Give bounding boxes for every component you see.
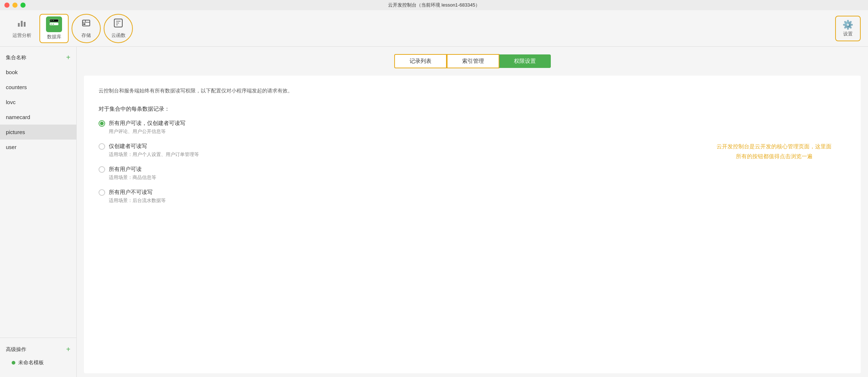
add-collection-button[interactable]: + [66,53,70,62]
radio-sub-label-1: 用户评论、用户公开信息等 [109,128,846,135]
radio-sub-label-3: 适用场景：商品信息等 [109,174,846,181]
radio-circle-1[interactable] [99,120,105,127]
radio-main-label-2: 仅创建者可读写 [109,143,147,150]
radio-label-row-1: 所有用户可读，仅创建者可读写 [99,120,846,127]
sidebar-item-pictures[interactable]: pictures [0,125,76,140]
add-advanced-button[interactable]: + [66,345,70,354]
sidebar-item-user[interactable]: user [0,140,76,155]
tab-record-list[interactable]: 记录列表 [394,54,447,68]
annotation-line2: 所有的按钮都值得点击浏览一遍 [717,151,831,161]
radio-label-row-3: 所有用户可读 [99,166,846,173]
toolbar-label-storage: 存储 [81,32,91,39]
toolbar-label-settings: 设置 [843,31,853,37]
toolbar-label-analytics: 运营分析 [12,32,31,39]
title-bar: 云开发控制台（当前环境 lesson1-683345） [0,0,868,10]
advanced-ops-label: 高级操作 [6,346,26,353]
toolbar: 运营分析 数据库 存储 [0,10,868,47]
radio-group: 所有用户可读，仅创建者可读写 用户评论、用户公开信息等 仅创建者可读写 适用场景… [99,120,846,204]
template-dot [12,361,15,365]
toolbar-item-analytics[interactable]: 运营分析 [7,14,37,43]
sidebar: 集合名称 + book counters lovc namecard pictu… [0,47,77,377]
svg-rect-6 [50,20,52,21]
sidebar-item-book[interactable]: book [0,65,76,80]
permission-desc: 云控制台和服务端始终有所有数据读写权限，以下配置仅对小程序端发起的请求有效。 [99,87,846,95]
annotation-box: 云开发控制台是云开发的核心管理页面，这里面 所有的按钮都值得点击浏览一遍 [717,141,831,161]
maximize-button[interactable] [20,3,26,8]
radio-circle-4[interactable] [99,189,105,196]
tab-index-mgmt[interactable]: 索引管理 [447,54,499,68]
radio-item-none-read-write[interactable]: 所有用户不可读写 适用场景：后台流水数据等 [99,189,846,204]
cloudfunc-icon [113,18,123,31]
svg-rect-0 [18,23,20,27]
template-item[interactable]: 未命名模板 [6,357,70,369]
radio-circle-2[interactable] [99,143,105,150]
radio-sub-label-4: 适用场景：后台流水数据等 [109,197,846,204]
template-label: 未命名模板 [18,359,44,366]
main-layout: 集合名称 + book counters lovc namecard pictu… [0,47,868,377]
radio-main-label-4: 所有用户不可读写 [109,189,153,196]
window-controls [4,3,26,8]
tab-permission[interactable]: 权限设置 [499,54,551,68]
sidebar-item-namecard[interactable]: namecard [0,110,76,125]
storage-icon [81,18,91,31]
collection-header-label: 集合名称 [6,54,26,61]
svg-rect-10 [53,24,54,24]
svg-rect-2 [24,22,26,27]
tab-bar: 记录列表 索引管理 权限设置 [77,47,868,72]
svg-rect-11 [82,20,90,26]
permission-for-label: 对于集合中的每条数据记录： [99,106,846,113]
sidebar-item-lovc[interactable]: lovc [0,95,76,110]
radio-circle-3[interactable] [99,166,105,173]
minimize-button[interactable] [12,3,18,8]
window-title: 云开发控制台（当前环境 lesson1-683345） [388,2,480,8]
sidebar-item-counters[interactable]: counters [0,80,76,95]
sidebar-header: 集合名称 + [0,50,76,65]
radio-main-label-3: 所有用户可读 [109,166,142,173]
gear-icon: ⚙️ [842,20,853,30]
radio-label-row-4: 所有用户不可读写 [99,189,846,196]
toolbar-item-cloudfunc[interactable]: 云函数 [104,14,133,43]
sidebar-footer: 高级操作 + 未命名模板 [0,338,76,373]
advanced-ops-item[interactable]: 高级操作 + [6,342,70,357]
toolbar-label-cloudfunc: 云函数 [111,32,126,39]
analytics-icon [17,18,27,31]
database-icon [46,16,62,32]
svg-rect-9 [50,24,52,24]
toolbar-item-database[interactable]: 数据库 [39,14,69,43]
radio-item-all-read[interactable]: 所有用户可读 适用场景：商品信息等 [99,166,846,181]
svg-rect-14 [83,23,85,25]
annotation-line1: 云开发控制台是云开发的核心管理页面，这里面 [717,141,831,151]
permission-content: 云控制台和服务端始终有所有数据读写权限，以下配置仅对小程序端发起的请求有效。 对… [84,76,861,373]
toolbar-item-settings[interactable]: ⚙️ 设置 [835,16,861,41]
radio-main-label-1: 所有用户可读，仅创建者可读写 [109,120,185,127]
toolbar-label-database: 数据库 [47,34,61,40]
svg-rect-1 [21,21,23,27]
content-area: 记录列表 索引管理 权限设置 云控制台和服务端始终有所有数据读写权限，以下配置仅… [77,47,868,377]
radio-item-all-read-creator-write[interactable]: 所有用户可读，仅创建者可读写 用户评论、用户公开信息等 [99,120,846,135]
close-button[interactable] [4,3,9,8]
toolbar-item-storage[interactable]: 存储 [72,14,101,43]
svg-rect-7 [53,20,54,21]
